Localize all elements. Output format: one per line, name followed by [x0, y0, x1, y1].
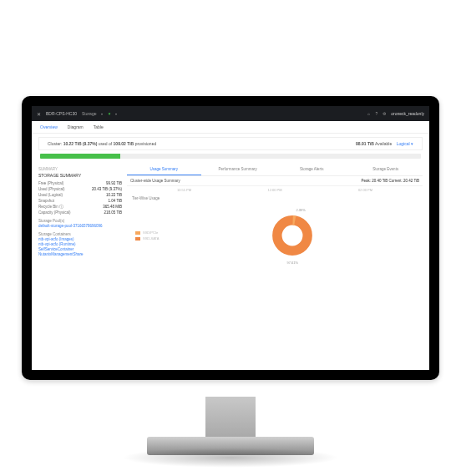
cluster-label: Cluster:: [48, 141, 62, 146]
donut-chart: [272, 215, 312, 256]
stat-row: Capacity (Physical)218.05 TiB: [38, 210, 122, 215]
tab-table[interactable]: Table: [94, 124, 104, 129]
container-link[interactable]: NutanixManagementShare: [38, 252, 122, 256]
legend-swatch: [135, 231, 140, 235]
time-axis: 10:55 PM 12:00 PM 02:00 PM: [127, 186, 423, 194]
subheader-right: Peak: 20.40 TiB Current: 20.42 TiB: [361, 179, 419, 183]
storage-summary-title: STORAGE SUMMARY: [38, 173, 122, 178]
subheader-left: Cluster-wide Usage Summary: [130, 179, 180, 183]
legend-swatch: [135, 237, 140, 241]
cluster-total: 109.02 TiB: [114, 141, 134, 146]
containers-header: Storage Containers: [38, 232, 122, 236]
close-icon[interactable]: ✕: [37, 111, 41, 117]
cluster-usage-row: Cluster: 10.22 TiB (9.37%) used of 109.0…: [38, 137, 423, 150]
stat-row: Used (Physical)20.43 TiB (9.37%): [38, 187, 122, 191]
chevron-down-icon[interactable]: ▾: [115, 112, 117, 116]
cluster-name: BDR-CPS-HC30: [46, 111, 77, 116]
tab-storage-alerts[interactable]: Storage Alerts: [275, 164, 349, 175]
summary-tabs: Usage Summary Performance Summary Storag…: [127, 164, 423, 176]
pct-large: 97.61%: [286, 261, 298, 265]
container-link[interactable]: SelfServiceContainer: [38, 247, 122, 251]
gear-icon[interactable]: ⚙: [382, 111, 386, 116]
tab-usage-summary[interactable]: Usage Summary: [127, 164, 201, 175]
chart-legend: SSD/PCIe SSD-SATA: [135, 230, 159, 241]
svg-point-2: [283, 225, 302, 245]
tab-overview[interactable]: Overview: [40, 124, 58, 129]
sidebar-summary-hdr: Summary: [38, 167, 122, 171]
tab-perf-summary[interactable]: Performance Summary: [201, 164, 276, 175]
stat-row: Free (Physical)99.92 TiB: [38, 181, 122, 185]
logical-toggle[interactable]: Logical: [397, 141, 410, 146]
container-link[interactable]: ntb-vpi-acfo (Images): [38, 237, 122, 241]
chevron-down-icon[interactable]: ▾: [101, 112, 103, 116]
cluster-wide-row: Cluster-wide Usage Summary Peak: 20.40 T…: [127, 176, 423, 186]
titlebar: ✕ BDR-CPS-HC30 Storage ▾ ♥ ▾ ⌕ ? ⚙ orone…: [32, 106, 429, 121]
section-label[interactable]: Storage: [82, 111, 97, 116]
pools-header: Storage Pool(s): [38, 219, 122, 223]
usage-bar-fill: [40, 154, 120, 159]
view-tabs: Overview Diagram Table: [32, 121, 429, 134]
cluster-available: 98.91 TiB: [356, 141, 374, 146]
pool-link[interactable]: default-storage-pool-37166578696096: [38, 224, 122, 228]
help-icon[interactable]: ?: [375, 111, 377, 116]
tab-storage-events[interactable]: Storage Events: [349, 164, 423, 175]
usage-bar: [40, 154, 421, 159]
stat-row: Snapshot1.04 TiB: [38, 199, 122, 203]
stat-row: Recycle Bin ⓘ365.48 MiB: [38, 205, 122, 209]
heart-icon[interactable]: ♥: [108, 111, 110, 116]
user-label[interactable]: oroneck_readonly: [391, 111, 424, 116]
cluster-used: 10.22 TiB (9.37%): [63, 141, 98, 146]
container-link[interactable]: ntb-vpi-acfo (Runtime): [38, 242, 122, 246]
tab-diagram[interactable]: Diagram: [68, 124, 84, 129]
sidebar: Summary STORAGE SUMMARY Free (Physical)9…: [38, 164, 122, 268]
main-panel: Usage Summary Performance Summary Storag…: [127, 164, 423, 268]
app-screen: ✕ BDR-CPS-HC30 Storage ▾ ♥ ▾ ⌕ ? ⚙ orone…: [32, 106, 429, 370]
search-icon[interactable]: ⌕: [367, 111, 370, 116]
tier-usage-title: Tier-Wise Usage: [132, 196, 418, 200]
pct-small: 2.39%: [296, 208, 306, 212]
tier-usage-chart: SSD/PCIe SSD-SATA 2.39% 97.61%: [127, 203, 423, 268]
stat-row: Used (Logical)10.22 TiB: [38, 193, 122, 197]
chevron-down-icon[interactable]: ▾: [411, 141, 413, 146]
